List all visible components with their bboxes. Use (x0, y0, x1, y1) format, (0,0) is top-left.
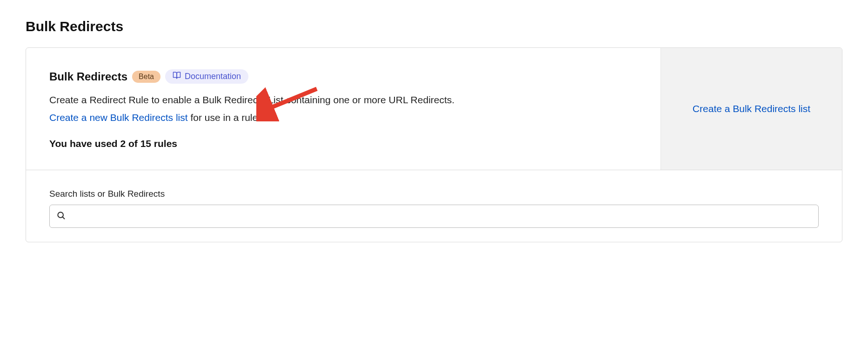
page-title: Bulk Redirects (26, 19, 842, 34)
section-title: Bulk Redirects (49, 70, 127, 83)
card-left: Bulk Redirects Beta Documentation Create… (26, 48, 661, 170)
card-bottom: Search lists or Bulk Redirects (26, 170, 842, 242)
search-icon (56, 211, 66, 222)
card-right: Create a Bulk Redirects list (661, 48, 842, 170)
section-header: Bulk Redirects Beta Documentation (49, 69, 637, 84)
book-icon (173, 71, 181, 82)
svg-line-3 (63, 217, 65, 219)
section-description: Create a Redirect Rule to enable a Bulk … (49, 92, 459, 108)
documentation-link[interactable]: Documentation (165, 69, 248, 84)
create-link-line: Create a new Bulk Redirects list for use… (49, 110, 637, 126)
search-box[interactable] (49, 205, 819, 228)
bulk-redirects-card: Bulk Redirects Beta Documentation Create… (26, 47, 842, 242)
create-bulk-redirects-list-button[interactable]: Create a Bulk Redirects list (693, 103, 810, 114)
search-label: Search lists or Bulk Redirects (49, 189, 819, 199)
rules-usage-text: You have used 2 of 15 rules (49, 138, 637, 149)
search-input[interactable] (70, 212, 812, 221)
create-link-suffix: for use in a rule. (188, 112, 260, 123)
beta-badge: Beta (132, 71, 160, 83)
documentation-label: Documentation (185, 72, 241, 81)
card-top: Bulk Redirects Beta Documentation Create… (26, 48, 842, 170)
create-new-list-link[interactable]: Create a new Bulk Redirects list (49, 112, 188, 123)
